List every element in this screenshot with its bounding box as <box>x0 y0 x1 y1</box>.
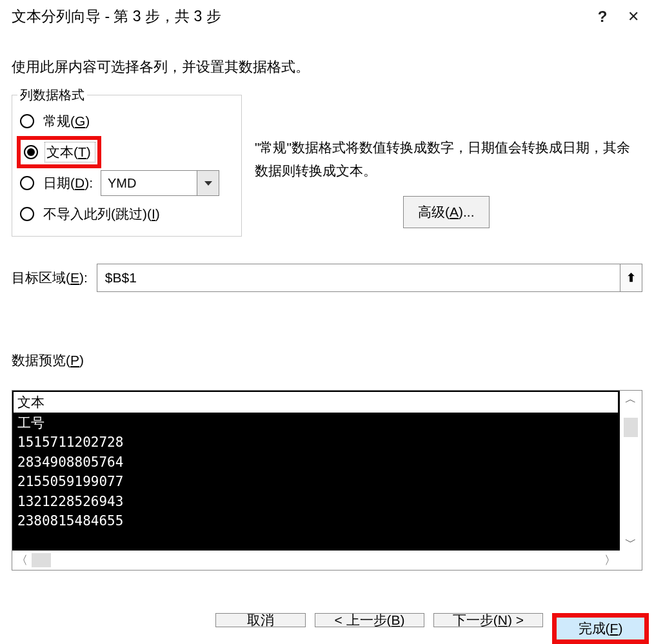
scroll-left-icon: 〈 <box>16 554 28 566</box>
footer-buttons: 取消 < 上一步(B) 下一步(N) > 完成(F) <box>0 613 654 644</box>
chevron-down-icon <box>204 181 212 186</box>
date-format-select[interactable]: YMD <box>101 170 219 196</box>
preview-row: 1515711202728 <box>17 433 615 452</box>
preview-column-header: 文本 <box>14 392 619 413</box>
radio-icon <box>20 207 34 221</box>
scroll-down-icon: ﹀ <box>625 536 637 548</box>
radio-icon <box>20 114 34 128</box>
select-value: YMD <box>101 176 197 191</box>
preview-area: 文本 工号 1515711202728 2834908805764 215505… <box>12 390 642 571</box>
radio-skip[interactable]: 不导入此列(跳过)(I) <box>20 202 235 226</box>
collapse-dialog-icon: ⬆ <box>626 271 636 285</box>
preview-row: 2380815484655 <box>17 511 615 531</box>
preview-grid[interactable]: 文本 工号 1515711202728 2834908805764 215505… <box>12 391 620 551</box>
horizontal-scrollbar[interactable]: 〈 〉 <box>12 551 620 570</box>
range-picker-button[interactable]: ⬆ <box>620 264 642 291</box>
group-legend: 列数据格式 <box>17 86 87 104</box>
finish-button[interactable]: 完成(F) <box>552 613 649 644</box>
advanced-button[interactable]: 高级(A)... <box>403 196 490 228</box>
destination-input[interactable] <box>97 264 620 291</box>
help-button[interactable]: ? <box>587 8 618 26</box>
dropdown-button[interactable] <box>197 171 219 195</box>
radio-skip-label: 不导入此列(跳过)(I) <box>43 205 160 223</box>
radio-icon <box>20 176 34 190</box>
radio-general[interactable]: 常规(G) <box>20 110 235 133</box>
column-format-group: 列数据格式 常规(G) 文本(T) 日期(D): YMD <box>12 95 242 237</box>
format-description: "常规"数据格式将数值转换成数字，日期值会转换成日期，其余数据则转换成文本。 <box>255 136 642 182</box>
radio-text[interactable] <box>24 145 38 159</box>
radio-text-highlight: 文本(T) <box>17 136 101 168</box>
preview-row: 工号 <box>17 413 615 433</box>
window-title: 文本分列向导 - 第 3 步，共 3 步 <box>12 6 587 26</box>
cancel-button[interactable]: 取消 <box>215 613 306 627</box>
back-button[interactable]: < 上一步(B) <box>315 613 424 627</box>
close-button[interactable]: ✕ <box>618 8 649 25</box>
destination-label: 目标区域(E): <box>12 269 88 287</box>
preview-label: 数据预览(P) <box>12 351 642 369</box>
close-icon: ✕ <box>628 8 639 24</box>
titlebar: 文本分列向导 - 第 3 步，共 3 步 ? ✕ <box>0 0 654 35</box>
preview-data: 工号 1515711202728 2834908805764 215505919… <box>14 413 619 549</box>
vertical-scrollbar[interactable]: ︿ ﹀ <box>620 391 642 551</box>
scroll-up-icon: ︿ <box>625 393 637 405</box>
next-button[interactable]: 下一步(N) > <box>433 613 543 627</box>
hscroll-thumb[interactable] <box>32 553 51 567</box>
radio-date-label: 日期(D): <box>43 174 93 192</box>
radio-text-label: 文本(T) <box>45 142 95 162</box>
scroll-thumb[interactable] <box>624 418 638 437</box>
preview-row: 2155059199077 <box>17 472 615 491</box>
preview-row: 2834908805764 <box>17 453 615 472</box>
instruction-text: 使用此屏内容可选择各列，并设置其数据格式。 <box>0 35 654 77</box>
radio-date[interactable]: 日期(D): YMD <box>20 171 235 195</box>
preview-row: 1321228526943 <box>17 492 615 511</box>
radio-label: 常规(G) <box>43 112 90 130</box>
scroll-right-icon: 〉 <box>604 554 616 566</box>
destination-input-wrap: ⬆ <box>97 264 642 292</box>
